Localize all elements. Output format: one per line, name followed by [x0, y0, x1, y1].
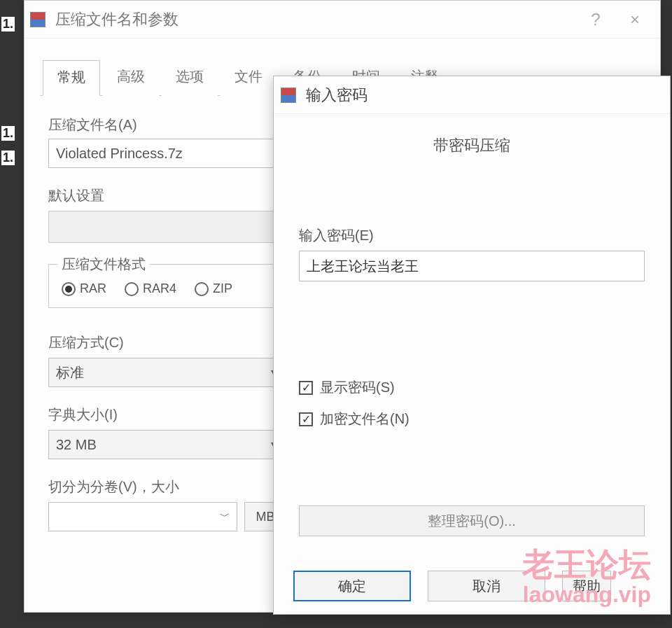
tab-general[interactable]: 常规 — [43, 60, 100, 96]
encrypt-names-row[interactable]: 加密文件名(N) — [299, 410, 645, 428]
combo-value: 标准 — [56, 363, 84, 382]
format-radio-zip[interactable]: ZIP — [195, 281, 232, 296]
window-title: 压缩文件名和参数 — [55, 9, 576, 30]
organize-passwords-button[interactable]: 整理密码(O)... — [299, 505, 645, 536]
cancel-button[interactable]: 取消 — [428, 571, 545, 601]
radio-icon[interactable] — [125, 282, 139, 296]
help-button-icon[interactable]: ? — [576, 5, 615, 34]
dictionary-size-select[interactable]: 32 MB ▼ — [48, 430, 286, 459]
radio-text: ZIP — [213, 281, 232, 296]
bg-list-number: 1. — [1, 151, 15, 165]
bg-list-number: 1. — [1, 17, 15, 32]
radio-icon[interactable] — [195, 282, 209, 296]
format-radio-rar4[interactable]: RAR4 — [125, 281, 176, 296]
winrar-icon — [281, 88, 296, 103]
compression-method-select[interactable]: 标准 ▼ — [48, 358, 286, 387]
checkbox-label: 显示密码(S) — [320, 378, 395, 397]
tab-files[interactable]: 文件 — [220, 60, 276, 96]
password-dialog: 输入密码 带密码压缩 输入密码(E) 显示密码(S) 加密文件名(N) 整理密码… — [273, 76, 671, 615]
window-title: 输入密码 — [306, 85, 368, 106]
radio-text: RAR — [80, 281, 106, 296]
tab-options[interactable]: 选项 — [162, 60, 218, 96]
password-label: 输入密码(E) — [299, 226, 645, 245]
radio-text: RAR4 — [143, 281, 176, 296]
format-group: 压缩文件格式 RAR RAR4 ZIP — [48, 264, 286, 308]
radio-icon[interactable] — [62, 282, 76, 296]
tab-advanced[interactable]: 高级 — [103, 60, 159, 96]
checkbox-icon[interactable] — [299, 381, 313, 395]
format-radio-rar[interactable]: RAR — [62, 281, 106, 296]
password-heading: 带密码压缩 — [299, 135, 645, 156]
close-icon[interactable]: × — [615, 5, 654, 34]
split-size-combo[interactable]: ﹀ — [48, 502, 237, 531]
winrar-icon — [30, 12, 46, 27]
checkbox-icon[interactable] — [299, 412, 313, 426]
bg-list-number: 1. — [1, 126, 15, 141]
titlebar: 压缩文件名和参数 ? × — [24, 1, 660, 39]
dialog-actions: 确定 取消 帮助 — [274, 571, 670, 601]
password-input[interactable] — [299, 251, 645, 281]
titlebar: 输入密码 — [274, 76, 670, 114]
checkbox-label: 加密文件名(N) — [320, 410, 410, 428]
format-group-legend: 压缩文件格式 — [57, 255, 150, 274]
combo-value: 32 MB — [56, 437, 97, 453]
chevron-down-icon: ﹀ — [220, 510, 230, 523]
ok-button[interactable]: 确定 — [293, 571, 411, 601]
show-password-row[interactable]: 显示密码(S) — [299, 378, 645, 397]
help-button[interactable]: 帮助 — [562, 571, 611, 601]
